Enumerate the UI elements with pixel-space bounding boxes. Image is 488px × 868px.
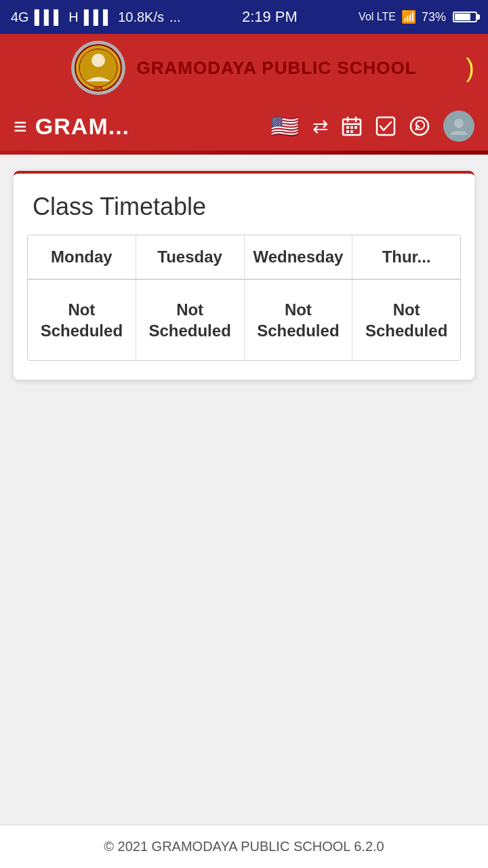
hamburger-title-group: ≡ GRAM... (14, 113, 254, 140)
avatar-icon[interactable] (443, 111, 474, 142)
flag-icon[interactable]: 🇺🇸 (270, 113, 299, 140)
svg-point-14 (411, 117, 428, 135)
col-wednesday: Wednesday (245, 235, 353, 279)
timetable-header-row: Monday Tuesday Wednesday Thur... (28, 235, 460, 279)
ellipsis: ... (169, 9, 181, 25)
h-indicator: H (68, 9, 78, 25)
col-tuesday: Tuesday (136, 235, 245, 279)
cell-thursday-1: Not Scheduled (352, 279, 460, 360)
footer: © 2021 GRAMODAYA PUBLIC SCHOOL 6.2.0 (0, 825, 488, 868)
timetable-scroll-wrapper[interactable]: Monday Tuesday Wednesday Thur... Not Sch… (14, 235, 474, 380)
hamburger-menu-button[interactable]: ≡ (14, 113, 27, 140)
network-indicator: 4G (11, 9, 29, 25)
col-monday: Monday (28, 235, 136, 279)
svg-rect-12 (350, 130, 353, 133)
signal-bars-2: ▌▌▌ (84, 9, 113, 25)
svg-rect-9 (350, 126, 353, 129)
status-right: Vol LTE 📶 73% (359, 9, 477, 24)
svg-rect-8 (346, 126, 349, 129)
timetable-grid: Monday Tuesday Wednesday Thur... Not Sch… (27, 235, 461, 361)
wifi-icon: 📶 (401, 9, 416, 24)
battery-icon (453, 12, 477, 22)
svg-point-15 (454, 119, 464, 128)
svg-rect-11 (346, 130, 349, 133)
app-header: GPS GRAMODAYA PUBLIC SCHOOL ) ≡ GRAM... … (0, 34, 488, 151)
timetable-card: Class Timetable Monday Tuesday Wednesday… (14, 171, 474, 380)
timetable-row: Not Scheduled Not Scheduled Not Schedule… (28, 279, 460, 360)
school-logo: GPS (71, 41, 125, 95)
whatsapp-icon[interactable] (409, 116, 430, 136)
data-speed: 10.8K/s (118, 9, 164, 25)
status-time: 2:19 PM (242, 8, 298, 26)
calendar-icon[interactable] (342, 116, 362, 136)
transfer-icon[interactable]: ⇄ (312, 115, 328, 138)
signal-bars: ▌▌▌ (35, 9, 64, 25)
nav-icons: 🇺🇸 ⇄ (270, 111, 474, 142)
school-name-banner: GRAMODAYA PUBLIC SCHOOL (136, 58, 416, 79)
svg-rect-10 (354, 126, 357, 129)
vol-lte-icon: Vol LTE (359, 11, 396, 23)
cell-wednesday-1: Not Scheduled (245, 279, 353, 360)
cell-monday-1: Not Scheduled (28, 279, 136, 360)
svg-text:GPS: GPS (94, 86, 103, 90)
footer-text: © 2021 GRAMODAYA PUBLIC SCHOOL 6.2.0 (104, 839, 384, 854)
status-left: 4G ▌▌▌ H ▌▌▌ 10.8K/s ... (11, 9, 181, 25)
svg-point-2 (92, 54, 105, 67)
school-banner: GPS GRAMODAYA PUBLIC SCHOOL ) (0, 34, 488, 102)
cell-tuesday-1: Not Scheduled (136, 279, 245, 360)
col-thursday: Thur... (352, 235, 460, 279)
status-bar: 4G ▌▌▌ H ▌▌▌ 10.8K/s ... 2:19 PM Vol LTE… (0, 0, 488, 34)
checkbox-icon[interactable] (375, 116, 396, 136)
battery-percent: 73% (422, 10, 446, 24)
nav-bar: ≡ GRAM... 🇺🇸 ⇄ (0, 102, 488, 151)
main-content: Class Timetable Monday Tuesday Wednesday… (0, 155, 488, 765)
loading-spinner: ) (466, 54, 474, 83)
app-title: GRAM... (35, 113, 129, 140)
timetable-title: Class Timetable (14, 174, 474, 235)
